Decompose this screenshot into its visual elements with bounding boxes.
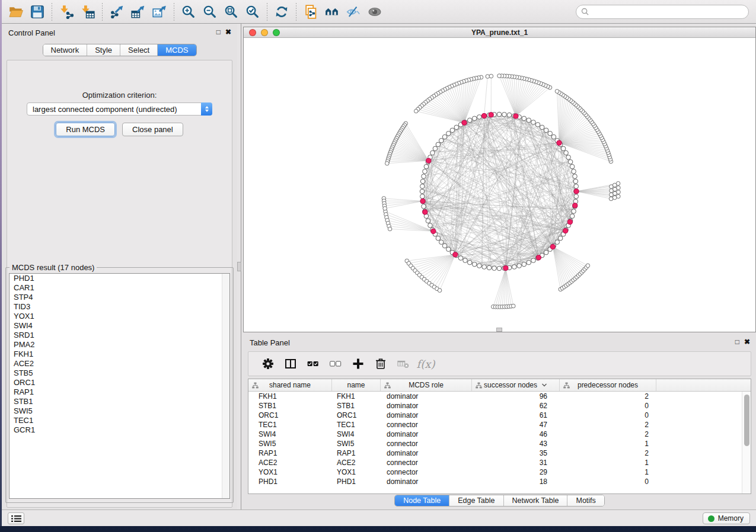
mcds-result-item[interactable]: SWI4 [9,321,229,331]
table-cell[interactable]: SWI5 [248,440,332,448]
table-cell[interactable]: RAP1 [248,449,332,457]
show-all-icon[interactable] [364,2,385,21]
column-header[interactable]: successor nodes [472,379,560,391]
network-hub-node[interactable] [573,203,578,208]
table-cell[interactable]: 29 [472,468,560,476]
network-node[interactable] [574,184,579,189]
mcds-result-item[interactable]: ORC1 [9,378,229,387]
network-leaf-node[interactable] [414,109,418,113]
mcds-result-item[interactable]: FKH1 [9,350,229,359]
table-cell[interactable]: YOX1 [248,468,332,476]
network-hub-node[interactable] [557,140,562,145]
table-row[interactable]: SWI4SWI4dominator462 [248,430,751,439]
network-node[interactable] [433,146,438,151]
network-node[interactable] [436,142,441,147]
network-hub-node[interactable] [489,113,493,117]
refresh-layout-icon[interactable] [271,2,292,21]
network-leaf-node[interactable] [586,264,590,268]
new-network-from-selection-icon[interactable] [300,2,321,21]
table-cell[interactable]: dominator [381,449,472,457]
network-node[interactable] [527,260,531,265]
table-row[interactable]: SWI5SWI5connector431 [248,439,751,448]
network-leaf-node[interactable] [616,181,620,185]
import-network-icon[interactable] [56,2,77,21]
network-node[interactable] [522,116,527,121]
table-cell[interactable]: RAP1 [332,449,381,457]
zoom-in-icon[interactable] [178,2,199,21]
network-node[interactable] [572,209,576,214]
tab-mcds[interactable]: MCDS [158,44,196,56]
network-node[interactable] [472,262,477,267]
table-cell[interactable]: ORC1 [332,411,381,419]
network-hub-node[interactable] [481,113,486,118]
network-leaf-node[interactable] [497,74,502,78]
network-node[interactable] [574,194,579,199]
network-node[interactable] [548,131,553,136]
column-header[interactable]: shared name [248,379,332,391]
network-leaf-node[interactable] [438,289,442,293]
table-cell[interactable]: connector [381,421,472,429]
column-layout-icon[interactable] [279,355,302,373]
network-node[interactable] [564,150,569,155]
tab-node-table[interactable]: Node Table [395,495,449,506]
mcds-result-item[interactable]: STB1 [9,397,229,406]
network-node[interactable] [454,125,459,130]
horizontal-splitter-grip[interactable] [496,328,502,332]
network-node[interactable] [527,118,531,123]
network-node[interactable] [507,113,512,117]
column-header[interactable]: MCDS role [381,379,472,391]
table-cell[interactable]: 2 [560,430,656,438]
network-node[interactable] [450,128,455,133]
table-row[interactable]: ACE2ACE2connector311 [248,458,751,467]
table-row[interactable]: FKH1FKH1dominator962 [248,392,751,401]
network-node[interactable] [544,250,548,255]
network-hub-node[interactable] [567,220,572,225]
network-node[interactable] [492,266,497,271]
table-cell[interactable]: ORC1 [248,411,332,419]
network-leaf-node[interactable] [555,89,559,94]
table-row[interactable]: PHD1PHD1dominator180 [248,477,751,486]
network-node[interactable] [442,243,447,248]
table-cell[interactable]: FKH1 [248,392,332,400]
mcds-result-item[interactable]: PMA2 [9,340,229,350]
table-cell[interactable]: 1 [560,440,656,448]
mcds-result-item[interactable]: STB5 [9,368,229,378]
network-node[interactable] [477,115,482,120]
open-folder-icon[interactable] [5,2,27,21]
table-row[interactable]: ORC1ORC1dominator610 [248,411,751,420]
network-canvas[interactable] [244,38,755,332]
network-leaf-node[interactable] [388,227,392,231]
mcds-result-item[interactable]: GCR1 [9,425,229,435]
table-cell[interactable]: SWI5 [332,440,381,448]
save-icon[interactable] [27,2,48,21]
delete-column-icon[interactable] [369,355,392,373]
table-cell[interactable]: PHD1 [332,477,381,486]
hide-selected-icon[interactable] [343,2,364,21]
network-node[interactable] [426,219,430,223]
table-cell[interactable]: 43 [472,440,560,448]
network-node[interactable] [555,240,560,245]
table-cell[interactable]: 0 [560,402,656,410]
network-node[interactable] [558,236,563,241]
mcds-result-item[interactable]: SWI5 [9,406,229,416]
vertical-splitter[interactable] [237,24,241,509]
vertical-splitter-grip[interactable] [237,262,241,271]
export-table-icon[interactable] [127,2,149,21]
table-cell[interactable]: SWI4 [332,430,381,438]
network-node[interactable] [551,134,556,139]
import-table-icon[interactable] [77,2,98,21]
table-cell[interactable]: dominator [381,477,472,486]
delete-table-icon[interactable] [392,355,414,373]
mcds-result-item[interactable]: PHD1 [9,274,229,283]
show-panels-list-icon[interactable] [8,512,24,524]
network-node[interactable] [442,134,447,139]
network-node[interactable] [531,258,536,263]
float-panel-icon[interactable]: □ [216,28,221,36]
tab-select[interactable]: Select [120,44,158,56]
network-node[interactable] [540,125,544,130]
table-cell[interactable]: 0 [560,477,656,486]
network-leaf-node[interactable] [609,197,613,201]
table-cell[interactable]: STB1 [332,402,381,410]
network-view-titlebar[interactable]: YPA_prune.txt_1 [244,27,755,38]
table-cell[interactable]: 0 [560,411,656,419]
